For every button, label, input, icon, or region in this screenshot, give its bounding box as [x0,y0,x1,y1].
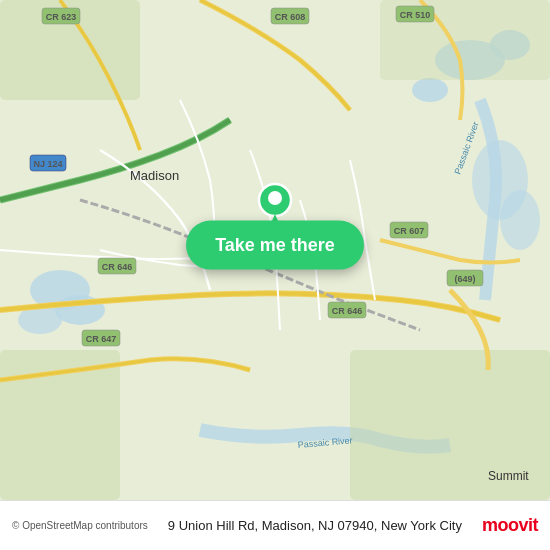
moovit-logo: moovit [482,515,538,536]
svg-point-8 [500,190,540,250]
svg-text:Summit: Summit [488,469,529,483]
svg-point-3 [412,78,448,102]
svg-text:CR 646: CR 646 [332,306,363,316]
moovit-logo-text: moovit [482,515,538,536]
svg-text:CR 623: CR 623 [46,12,77,22]
take-me-there-button[interactable]: Take me there [186,221,364,270]
svg-text:NJ 124: NJ 124 [33,159,62,169]
openstreetmap-attribution: © OpenStreetMap contributors [12,520,148,531]
svg-text:Madison: Madison [130,168,179,183]
svg-text:CR 646: CR 646 [102,262,133,272]
footer-left: © OpenStreetMap contributors [12,520,148,531]
svg-text:CR 647: CR 647 [86,334,117,344]
address-label: 9 Union Hill Rd, Madison, NJ 07940, New … [168,518,462,533]
map-container: CR 623 CR 510 CR 608 NJ 124 CR 646 CR 64… [0,0,550,500]
svg-text:CR 607: CR 607 [394,226,425,236]
svg-text:CR 608: CR 608 [275,12,306,22]
svg-text:CR 510: CR 510 [400,10,431,20]
svg-text:(649): (649) [454,274,475,284]
footer-bar: © OpenStreetMap contributors 9 Union Hil… [0,500,550,550]
svg-point-36 [268,191,282,205]
